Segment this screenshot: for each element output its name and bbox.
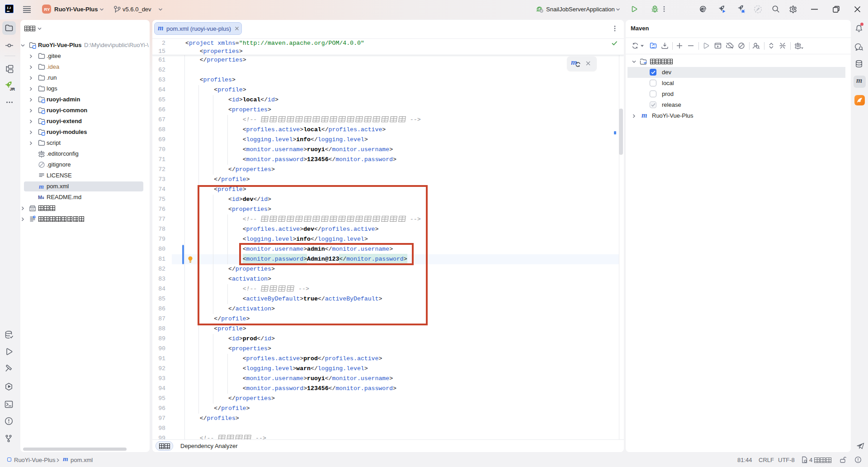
svg-text:m: m — [39, 183, 44, 190]
svg-text:M: M — [38, 195, 42, 200]
svg-text:?: ? — [34, 216, 36, 219]
svg-text:JR: JR — [10, 87, 15, 91]
